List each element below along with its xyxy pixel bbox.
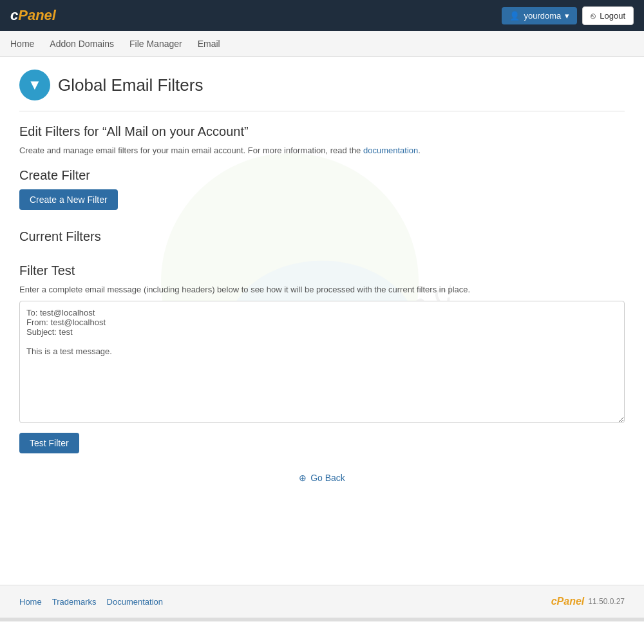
logout-icon: ⎋	[591, 11, 596, 21]
create-filter-heading: Create Filter	[19, 168, 625, 183]
create-new-filter-button[interactable]: Create a New Filter	[19, 189, 118, 210]
page-title: Global Email Filters	[58, 75, 203, 95]
filter-test-desc: Enter a complete email message (includin…	[19, 285, 625, 294]
current-filters-section: Current Filters	[19, 229, 625, 244]
cpanel-logo: cPanel	[10, 7, 56, 24]
user-menu-button[interactable]: 👤 yourdoma ▾	[502, 7, 577, 24]
go-back-section: ⊕ Go Back	[19, 473, 625, 483]
bottom-bar	[0, 618, 644, 621]
filter-test-textarea[interactable]: To: test@localhost From: test@localhost …	[19, 301, 625, 423]
filter-icon: ▼	[28, 77, 42, 93]
current-filters-heading: Current Filters	[19, 229, 625, 244]
footer-cpanel-logo: cPanel	[551, 596, 585, 607]
create-filter-section: Create Filter Create a New Filter	[19, 168, 625, 210]
footer-version: 11.50.0.27	[588, 597, 625, 606]
footer-home-link[interactable]: Home	[19, 597, 42, 607]
logout-button[interactable]: ⎋ Logout	[582, 6, 634, 25]
go-back-icon: ⊕	[299, 473, 307, 483]
nav-email[interactable]: Email	[198, 39, 220, 49]
page-header-icon: ▼	[19, 70, 50, 100]
go-back-label: Go Back	[310, 473, 345, 483]
logout-label: Logout	[600, 11, 625, 21]
nav-addon-domains[interactable]: Addon Domains	[50, 39, 114, 49]
filter-test-section: Filter Test Enter a complete email messa…	[19, 263, 625, 453]
username-label: yourdoma	[524, 11, 561, 21]
filter-test-heading: Filter Test	[19, 263, 625, 278]
edit-filters-desc: Create and manage email filters for your…	[19, 146, 625, 155]
footer-links: Home Trademarks Documentation	[19, 597, 163, 607]
footer-right: cPanel 11.50.0.27	[551, 596, 625, 607]
top-bar-right: 👤 yourdoma ▾ ⎋ Logout	[502, 6, 634, 25]
edit-desc-pre: Create and manage email filters for your…	[19, 146, 363, 155]
page-header: ▼ Global Email Filters	[19, 70, 625, 111]
documentation-link[interactable]: documentation	[363, 146, 418, 155]
main-content: Webhosting.com.co.th ▼ Global Email Filt…	[0, 57, 644, 585]
go-back-link[interactable]: ⊕ Go Back	[299, 473, 345, 483]
sub-nav: Home Addon Domains File Manager Email	[0, 31, 644, 57]
nav-file-manager[interactable]: File Manager	[129, 39, 182, 49]
edit-desc-post: .	[418, 146, 421, 155]
test-filter-button[interactable]: Test Filter	[19, 433, 79, 453]
nav-home[interactable]: Home	[10, 39, 34, 49]
chevron-down-icon: ▾	[565, 11, 569, 21]
edit-filters-heading: Edit Filters for “All Mail on your Accou…	[19, 124, 625, 139]
top-bar: cPanel 👤 yourdoma ▾ ⎋ Logout	[0, 0, 644, 31]
user-icon: 👤	[509, 11, 520, 21]
footer-trademarks-link[interactable]: Trademarks	[52, 597, 97, 607]
footer: Home Trademarks Documentation cPanel 11.…	[0, 585, 644, 618]
footer-documentation-link[interactable]: Documentation	[107, 597, 163, 607]
